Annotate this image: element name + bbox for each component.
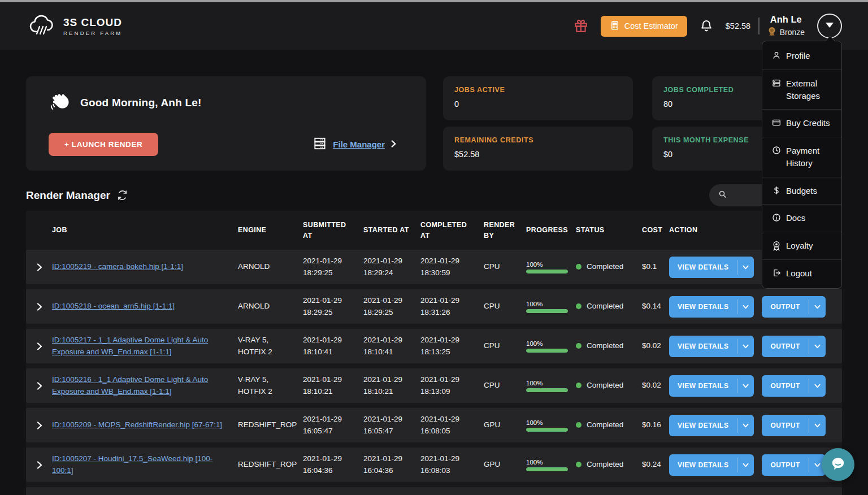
view-details-dropdown-chevron-icon[interactable] <box>737 415 754 436</box>
row-expand-chevron-icon[interactable] <box>36 263 52 271</box>
output-label: OUTPUT <box>762 454 808 476</box>
job-started-at: 2021-01-2918:10:41 <box>363 335 420 358</box>
job-completed-at: 2021-01-2918:30:59 <box>420 255 484 279</box>
row-expand-chevron-icon[interactable] <box>36 382 52 390</box>
output-button[interactable]: OUTPUT <box>762 454 825 476</box>
view-details-label: VIEW DETAILS <box>669 415 737 436</box>
output-button[interactable]: OUTPUT <box>762 296 825 318</box>
view-details-label: VIEW DETAILS <box>669 257 737 278</box>
col-status: STATUS <box>576 225 642 236</box>
menu-item-logout[interactable]: Logout <box>762 259 841 287</box>
menu-item-label: External Storages <box>786 77 841 102</box>
refresh-icon[interactable] <box>117 190 128 201</box>
job-link[interactable]: ID:1005216 - 1_1 Adaptive Dome Light & A… <box>52 374 238 398</box>
view-details-dropdown-chevron-icon[interactable] <box>737 296 754 318</box>
job-completed-at: 2021-01-2916:08:03 <box>420 453 484 477</box>
view-details-dropdown-chevron-icon[interactable] <box>737 375 754 397</box>
row-expand-chevron-icon[interactable] <box>36 461 52 469</box>
output-button[interactable]: OUTPUT <box>762 415 825 436</box>
job-status: Completed <box>576 261 642 273</box>
status-label: Completed <box>587 261 623 273</box>
job-render-by: GPU <box>484 419 526 431</box>
output-button[interactable]: OUTPUT <box>762 336 825 357</box>
status-label: Completed <box>587 301 623 312</box>
stat-card: JOBS ACTIVE 0 <box>443 76 633 120</box>
job-status: Completed <box>576 301 642 312</box>
progress-bar <box>526 309 568 313</box>
table-row: ID:1005219 - camera-bokeh.hip [1-1:1] AR… <box>26 250 842 284</box>
menu-item-buy-credits[interactable]: Buy Credits <box>762 109 841 137</box>
menu-item-profile[interactable]: Profile <box>762 42 841 70</box>
clock-icon <box>772 146 781 155</box>
job-link[interactable]: ID:1005217 - 1_1 Adaptive Dome Light & A… <box>52 335 238 358</box>
stat-card: REMAINING CREDITS $52.58 <box>443 127 633 171</box>
job-progress: 100% <box>526 301 576 313</box>
output-dropdown-chevron-icon[interactable] <box>809 336 826 357</box>
menu-item-payment-history[interactable]: Payment History <box>762 137 841 177</box>
table-row: ID:1005216 - 1_1 Adaptive Dome Light & A… <box>26 368 842 403</box>
view-details-label: VIEW DETAILS <box>669 375 737 397</box>
status-dot-icon <box>576 303 581 309</box>
row-expand-chevron-icon[interactable] <box>36 303 52 311</box>
status-label: Completed <box>587 419 623 431</box>
view-details-dropdown-chevron-icon[interactable] <box>737 454 754 476</box>
progress-bar <box>526 349 568 353</box>
job-started-at: 2021-01-2918:29:24 <box>363 255 420 279</box>
info-icon <box>772 213 781 222</box>
menu-item-label: Payment History <box>786 145 841 170</box>
user-avatar-dropdown-toggle[interactable] <box>817 14 842 38</box>
view-details-label: VIEW DETAILS <box>669 336 737 357</box>
col-engine: ENGINE <box>238 225 303 236</box>
menu-item-docs[interactable]: Docs <box>762 204 841 232</box>
dollar-icon <box>772 186 781 195</box>
app-header: 3S CLOUD RENDER FARM Cost Estimator <box>0 2 868 50</box>
menu-item-loyalty[interactable]: Loyalty <box>762 232 841 259</box>
file-manager-link[interactable]: File Manager <box>333 140 385 149</box>
output-button[interactable]: OUTPUT <box>762 375 825 397</box>
job-actions: VIEW DETAILS OUTPUT <box>669 454 842 476</box>
row-expand-chevron-icon[interactable] <box>36 422 52 429</box>
view-details-button[interactable]: VIEW DETAILS <box>669 454 754 476</box>
view-details-dropdown-chevron-icon[interactable] <box>737 336 754 357</box>
chat-bubble-button[interactable] <box>822 448 854 481</box>
output-dropdown-chevron-icon[interactable] <box>809 296 826 318</box>
job-engine: REDSHIFT_ROP <box>238 419 303 431</box>
notifications-bell-icon[interactable] <box>700 19 713 33</box>
progress-percent-label: 100% <box>526 459 568 466</box>
job-link[interactable]: ID:1005219 - camera-bokeh.hip [1-1:1] <box>52 261 191 273</box>
menu-item-budgets[interactable]: Budgets <box>762 177 841 205</box>
file-server-icon <box>313 136 327 153</box>
output-dropdown-chevron-icon[interactable] <box>809 415 826 436</box>
view-details-button[interactable]: VIEW DETAILS <box>669 375 754 397</box>
job-actions: VIEW DETAILS OUTPUT <box>669 375 842 397</box>
view-details-button[interactable]: VIEW DETAILS <box>669 415 754 436</box>
job-link[interactable]: ID:1005207 - Houdini_17.5_SeaWeed.hip [1… <box>52 453 238 477</box>
launch-render-button[interactable]: + LAUNCH RENDER <box>49 133 158 156</box>
job-link[interactable]: ID:1005218 - ocean_arn5.hip [1-1:1] <box>52 301 183 312</box>
row-expand-chevron-icon[interactable] <box>36 342 52 350</box>
job-engine: ARNOLD <box>238 301 303 312</box>
output-dropdown-chevron-icon[interactable] <box>809 375 826 397</box>
menu-item-label: Budgets <box>786 185 817 197</box>
bronze-medal-icon <box>767 27 776 38</box>
view-details-button[interactable]: VIEW DETAILS <box>669 336 754 357</box>
table-row: 2021-01-29 2021-01-29 0% <box>26 487 842 495</box>
job-actions: VIEW DETAILS OUTPUT <box>669 415 842 436</box>
view-details-button[interactable]: VIEW DETAILS <box>669 257 754 278</box>
menu-item-external-storages[interactable]: External Storages <box>762 70 841 110</box>
stat-value: 0 <box>454 99 622 108</box>
job-engine: V-RAY 5, HOTFIX 2 <box>238 374 303 398</box>
job-started-at: 2021-01-2918:10:21 <box>363 374 420 398</box>
cost-estimator-button[interactable]: Cost Estimator <box>601 16 687 37</box>
view-details-button[interactable]: VIEW DETAILS <box>669 296 754 318</box>
cost-estimator-label: Cost Estimator <box>624 21 678 31</box>
job-cost: $0.02 <box>642 380 669 392</box>
job-link[interactable]: ID:1005209 - MOPS_RedshiftRender.hip [67… <box>52 419 230 431</box>
job-engine: V-RAY 5, HOTFIX 2 <box>238 335 303 358</box>
job-submitted-at: 2021-01-2918:10:41 <box>303 335 363 358</box>
progress-bar <box>526 467 568 471</box>
view-details-dropdown-chevron-icon[interactable] <box>737 257 754 278</box>
menu-item-label: Buy Credits <box>786 117 830 129</box>
logout-icon <box>772 268 781 277</box>
gift-icon[interactable] <box>574 19 588 33</box>
